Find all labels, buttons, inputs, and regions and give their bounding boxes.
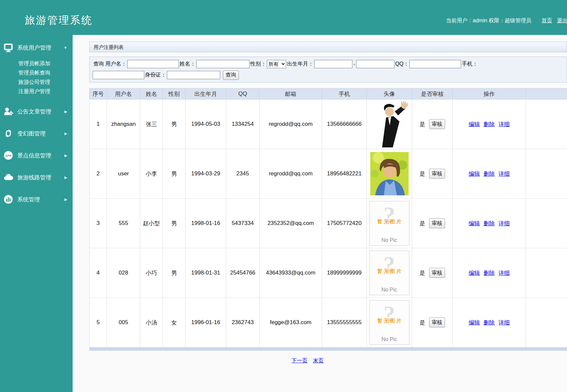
user-gear-icon <box>3 106 13 116</box>
sidebar-item-registered-users[interactable]: 注册用户管理 <box>0 87 73 96</box>
search-button[interactable]: 查询 <box>223 71 239 80</box>
sidebar-item-attractions[interactable]: APP 景点信息管理 ▶ <box>0 148 73 163</box>
delete-link[interactable]: 删除 <box>484 270 495 276</box>
cell-avatar: ? 暂 无 图 片 No Pic <box>367 298 412 347</box>
query-label: 查询 <box>93 61 104 68</box>
cell-name: 小巧 <box>140 248 163 298</box>
audit-button[interactable]: 审核 <box>429 218 445 228</box>
audit-button[interactable]: 审核 <box>429 268 445 278</box>
audit-button[interactable]: 审核 <box>429 317 445 327</box>
sidebar-item-carousel[interactable]: 变幻图管理 ▶ <box>0 126 73 141</box>
edit-link[interactable]: 编辑 <box>469 171 480 177</box>
detail-link[interactable]: 详细 <box>498 220 510 227</box>
cell-phone: 13555555555 <box>322 298 367 347</box>
birth-from-input[interactable] <box>314 60 352 68</box>
cell-name: 小李 <box>140 149 163 199</box>
cell-name: 小汤 <box>140 298 163 347</box>
no-pic-text-cn: 暂 无 图 片 <box>370 268 409 275</box>
cell-no: 3 <box>90 199 107 248</box>
phone-input[interactable] <box>93 71 144 79</box>
edit-link[interactable]: 编辑 <box>469 220 480 227</box>
detail-link[interactable]: 详细 <box>498 121 510 127</box>
cell-email: regrodd@qq.com <box>260 99 322 149</box>
cell-username: 028 <box>107 248 140 298</box>
cell-username: user <box>107 149 140 199</box>
cell-no: 1 <box>90 99 107 149</box>
no-pic-text-en: No Pic <box>370 237 409 243</box>
no-pic-placeholder: ? 暂 无 图 片 No Pic <box>369 201 409 246</box>
phone-label: 手机： <box>462 61 478 68</box>
chevron-right-icon: ▶ <box>65 175 67 180</box>
cell-gender: 男 <box>163 149 186 199</box>
audit-button[interactable]: 审核 <box>429 169 445 179</box>
detail-link[interactable]: 详细 <box>498 171 510 177</box>
chevron-right-icon: ▶ <box>65 131 67 136</box>
cell-birth: 1998-01-16 <box>186 199 226 248</box>
col-audit: 是否审核 <box>412 89 453 99</box>
cell-gender: 男 <box>163 99 186 149</box>
shuffle-icon <box>3 128 13 138</box>
next-page-link[interactable]: 下一页 <box>291 358 307 363</box>
cell-avatar <box>367 149 412 199</box>
cell-audit: 是 审核 <box>412 199 453 248</box>
table-row: 5 005 小汤 女 1996-01-16 2362743 fegge@163.… <box>90 298 567 347</box>
detail-link[interactable]: 详细 <box>498 319 510 326</box>
last-page-link[interactable]: 末页 <box>313 358 323 363</box>
sidebar-item-system-manage[interactable]: 系统管理 ▶ <box>0 192 73 207</box>
audited-text: 是 <box>419 121 425 127</box>
sidebar-item-label: 景点信息管理 <box>17 152 65 159</box>
cell-username: zhangsan <box>107 99 140 149</box>
detail-link[interactable]: 详细 <box>498 270 510 276</box>
sidebar-item-admin-add[interactable]: 管理员帐添加 <box>0 59 73 68</box>
edit-link[interactable]: 编辑 <box>469 270 480 276</box>
home-link[interactable]: 首页 <box>542 18 552 23</box>
cell-actions: 编辑 删除 详细 <box>453 199 526 248</box>
avatar-photo <box>369 152 410 195</box>
sidebar-item-admin-query[interactable]: 管理员帐查询 <box>0 68 73 78</box>
sidebar-item-label: 变幻图管理 <box>17 130 65 137</box>
cell-no: 4 <box>90 248 107 298</box>
delete-link[interactable]: 删除 <box>484 171 495 177</box>
delete-link[interactable]: 删除 <box>484 220 495 227</box>
cell-no: 5 <box>90 298 107 347</box>
sidebar-item-system-users[interactable]: 系统用户管理 ▼ <box>0 40 73 55</box>
chart-icon <box>3 194 13 204</box>
gender-select[interactable]: 所有 <box>267 60 286 68</box>
cell-avatar: ? 暂 无 图 片 No Pic <box>367 248 412 298</box>
col-username: 用户名 <box>107 89 140 99</box>
idcard-input[interactable] <box>167 71 220 79</box>
username-input[interactable] <box>127 60 179 68</box>
search-form: 查询 用户名： 姓名： 性别： 所有 出生年月： - QQ： 手机： <box>89 57 567 83</box>
col-name: 姓名 <box>140 89 163 99</box>
logout-link[interactable]: 退出 <box>557 18 567 23</box>
audited-text: 是 <box>419 270 425 276</box>
edit-link[interactable]: 编辑 <box>469 319 480 326</box>
header: 旅游管理系统 当前用户：admin 权限：超级管理员 首页 退出 <box>0 0 567 35</box>
cloud-icon <box>3 172 13 182</box>
cell-gender: 女 <box>163 298 186 347</box>
qq-input[interactable] <box>409 60 461 68</box>
col-birth: 出生年月 <box>186 89 226 99</box>
sidebar-item-routes[interactable]: 旅游线路管理 ▶ <box>0 170 73 185</box>
birth-to-input[interactable] <box>356 60 394 68</box>
app-title: 旅游管理系统 <box>25 13 93 27</box>
edit-link[interactable]: 编辑 <box>469 121 480 127</box>
cell-filler <box>526 298 567 347</box>
cell-audit: 是 审核 <box>412 149 453 199</box>
cell-gender: 男 <box>163 199 186 248</box>
sidebar-item-announcements[interactable]: 公告文章管理 ▶ <box>0 104 73 119</box>
user-table: 序号 用户名 姓名 性别 出生年月 QQ 邮箱 手机 头像 是否审核 操作 <box>89 88 567 347</box>
cell-filler <box>526 248 567 298</box>
avatar-photo <box>369 101 410 147</box>
audit-button[interactable]: 审核 <box>429 119 445 129</box>
sidebar-item-travel-company[interactable]: 旅游公司管理 <box>0 78 73 87</box>
app-icon: APP <box>3 150 13 160</box>
cell-no: 2 <box>90 149 107 199</box>
name-input[interactable] <box>196 60 250 68</box>
delete-link[interactable]: 删除 <box>484 121 495 127</box>
header-user-bar: 当前用户：admin 权限：超级管理员 首页 退出 <box>446 17 567 24</box>
delete-link[interactable]: 删除 <box>484 319 495 326</box>
cell-email: 43643933@qq.com <box>260 248 322 298</box>
birth-separator: - <box>353 61 355 67</box>
cell-avatar: ? 暂 无 图 片 No Pic <box>367 199 412 248</box>
